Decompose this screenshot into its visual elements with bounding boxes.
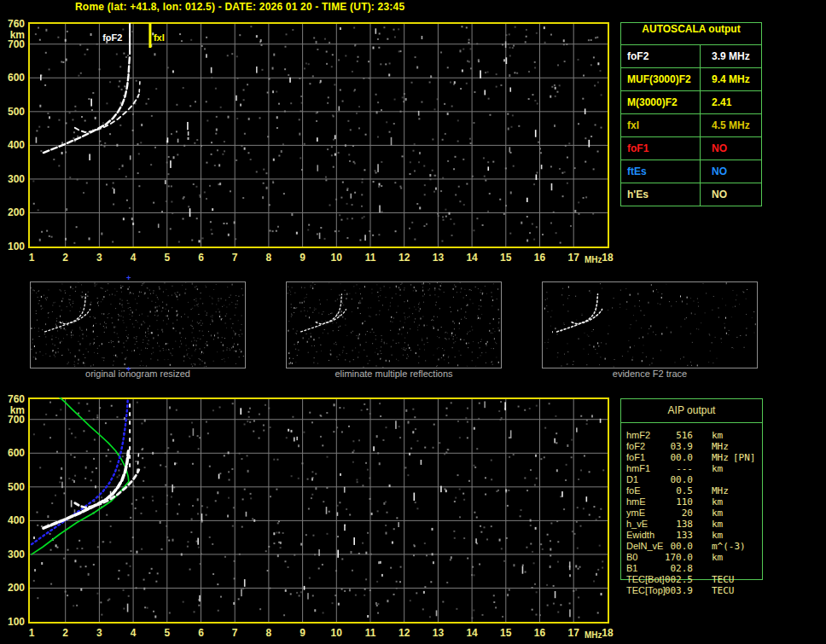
parameter-value: 002.5	[664, 574, 693, 585]
parameter-label: hmE	[626, 496, 646, 507]
table-row: foF23.9 MHz	[621, 45, 761, 68]
parameter-label: M(3000)F2	[621, 91, 701, 113]
parameter-label: foF1	[626, 452, 645, 462]
x-tick-label: 14	[462, 252, 482, 264]
table-row: TEC[Bot]002.5TECU	[621, 574, 762, 585]
parameter-label: B0	[626, 552, 637, 562]
parameter-value: 02.8	[664, 563, 693, 574]
parameter-value: 3.9 MHz	[701, 45, 761, 67]
x-tick-label: 8	[259, 627, 279, 639]
parameter-value: 00.0	[664, 474, 693, 485]
parameter-label: foE	[626, 485, 641, 496]
x-tick-label: 12	[394, 627, 415, 639]
parameter-value: 4.5 MHz	[701, 114, 761, 136]
parameter-label: TEC[Bot]	[626, 574, 665, 584]
x-tick-label: 16	[530, 627, 550, 639]
x-tick-label: 12	[394, 252, 415, 264]
x-tick-label: 3	[89, 627, 109, 639]
x-tick-label: 14	[462, 627, 482, 639]
y-tick-label: 300	[0, 173, 25, 185]
parameter-label: foF1	[621, 137, 701, 160]
table-row: foF1NO	[621, 137, 761, 160]
parameter-value: 110	[664, 496, 693, 508]
table-row: foE0.5MHz	[621, 485, 762, 496]
x-tick-label: 2	[55, 627, 76, 639]
y-tick-label: 760	[0, 393, 25, 405]
x-tick-label: 10	[326, 627, 346, 639]
y-tick-label: 600	[0, 447, 25, 459]
x-tick-label: 10	[326, 252, 346, 264]
parameter-value: NO	[701, 183, 761, 206]
parameter-unit: km	[712, 530, 723, 541]
x-tick-label: 17	[563, 627, 584, 639]
parameter-unit: km	[712, 463, 723, 474]
x-tick-label: 2	[55, 252, 76, 264]
x-tick-label: 7	[224, 252, 245, 264]
parameter-label: hmF1	[626, 463, 650, 473]
thumbnail-evidence-f2-trace	[542, 281, 758, 368]
parameter-unit: m^(-3)	[712, 541, 746, 552]
parameter-label: h_vE	[626, 519, 648, 529]
parameter-value: 20	[664, 508, 693, 519]
x-tick-label: 7	[224, 627, 245, 639]
table-row: hmF1---km	[621, 463, 762, 474]
table-row: D100.0	[621, 474, 762, 485]
parameter-label: fxI	[621, 114, 701, 136]
x-tick-label: 11	[360, 627, 381, 639]
x-tick-label: 11	[360, 252, 381, 264]
parameter-value: 03.9	[664, 441, 693, 452]
x-tick-label: 6	[191, 627, 212, 639]
parameter-unit: MHz	[712, 485, 729, 496]
parameter-value: NO	[701, 160, 761, 183]
x-tick-label: 1	[21, 627, 42, 639]
ionogram-plot-scaled: foF2fxI123456789101112131415161718MHz760…	[28, 22, 609, 248]
x-tick-label: 1	[21, 252, 42, 264]
parameter-unit: TECU	[712, 574, 735, 585]
y-tick-label: 200	[0, 206, 25, 218]
table-row: MUF(3000)F29.4 MHz	[621, 68, 761, 91]
parameter-unit: MHz	[712, 452, 729, 463]
x-tick-label: 15	[496, 252, 516, 264]
y-axis-unit: km	[0, 404, 25, 416]
x-axis-unit: MHz	[585, 255, 602, 264]
y-tick-label: 500	[0, 106, 25, 118]
table-row: hmE110km	[621, 496, 762, 508]
x-tick-label: 5	[157, 627, 177, 639]
y-tick-label: 400	[0, 514, 25, 526]
y-tick-label: 100	[0, 241, 25, 252]
parameter-label: ftEs	[621, 160, 701, 183]
y-tick-label: 200	[0, 582, 25, 594]
aip-table-header: AIP output	[621, 404, 762, 416]
autoscala-screen: Rome (lat: +41.8, lon: 012.5) - DATE: 20…	[0, 0, 826, 644]
table-row: ftEsNO	[621, 160, 761, 183]
parameter-value: 9.4 MHz	[701, 68, 761, 90]
parameter-unit: km	[712, 508, 723, 519]
parameter-unit: MHz	[712, 441, 729, 452]
x-tick-label: 9	[293, 627, 313, 639]
parameter-label: B1	[626, 563, 637, 573]
table-row: TEC[Top]003.9TECU	[621, 585, 762, 596]
thumbnail-caption: evidence F2 trace	[542, 368, 758, 379]
x-tick-label: 13	[428, 627, 448, 639]
autoscala-table-rows: foF23.9 MHzMUF(3000)F29.4 MHzM(3000)F22.…	[621, 45, 761, 206]
parameter-label: foF2	[626, 441, 645, 451]
parameter-unit: TECU	[712, 585, 735, 596]
x-tick-label: 4	[123, 627, 143, 639]
parameter-unit: km	[712, 496, 723, 508]
x-tick-label: 8	[259, 252, 279, 264]
parameter-value: 170.0	[664, 552, 693, 563]
parameter-value: 133	[664, 530, 693, 541]
table-row: ymE20km	[621, 508, 762, 519]
y-tick-label: 400	[0, 139, 25, 151]
x-tick-label: 4	[123, 252, 143, 264]
x-tick-label: 5	[157, 252, 177, 264]
table-row: fxI4.5 MHz	[621, 114, 761, 137]
divider	[621, 422, 762, 423]
y-tick-label: 760	[0, 18, 25, 30]
thumbnail-eliminate-reflections	[286, 281, 502, 368]
parameter-label: MUF(3000)F2	[621, 68, 701, 90]
foF2-marker-label: foF2	[102, 32, 122, 43]
parameter-label: DelN_vE	[626, 541, 663, 551]
y-tick-label: 300	[0, 548, 25, 560]
parameter-unit: km	[712, 519, 723, 530]
